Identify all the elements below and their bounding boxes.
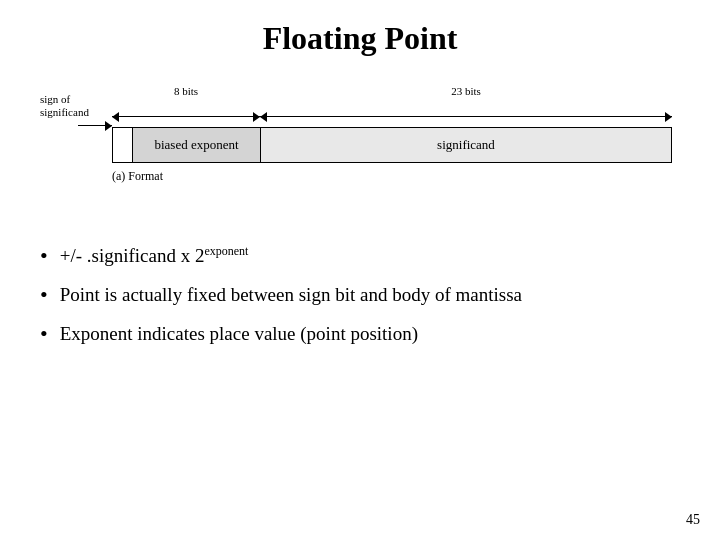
bits-label-significand: 23 bits [260,85,672,97]
bullet-text-1: +/- .significand x 2exponent [60,243,249,270]
bullet-item-2: • Point is actually fixed between sign b… [40,282,680,309]
arrow-significand [260,116,672,117]
bullet-item-3: • Exponent indicates place value (point … [40,321,680,348]
slide: Floating Point sign of significand 8 bit… [0,0,720,540]
bullet-dot-1: • [40,245,48,267]
bullet-text-3: Exponent indicates place value (point po… [60,321,418,348]
significand-box: significand [261,128,671,162]
format-label: (a) Format [112,169,672,184]
bullet-text-2: Point is actually fixed between sign bit… [60,282,522,309]
diagram-area: sign of significand 8 bits 23 bits biase… [40,77,680,217]
sign-arrow [78,125,112,126]
format-box-container: 8 bits 23 bits biased exponent significa… [112,85,672,184]
exponent-box: biased exponent [133,128,261,162]
arrow-row [112,107,672,125]
bits-label-exponent: 8 bits [112,85,260,97]
format-boxes: biased exponent significand [112,127,672,163]
page-number: 45 [686,512,700,528]
arrow-exponent [112,116,260,117]
sign-bit-box [113,128,133,162]
page-title: Floating Point [263,20,458,57]
sign-label: sign of significand [40,93,89,119]
bullet-list: • +/- .significand x 2exponent • Point i… [40,243,680,359]
bits-labels-row: 8 bits 23 bits [112,85,672,105]
bullet-dot-3: • [40,323,48,345]
bullet-item-1: • +/- .significand x 2exponent [40,243,680,270]
bullet-dot-2: • [40,284,48,306]
superscript-1: exponent [204,244,248,258]
